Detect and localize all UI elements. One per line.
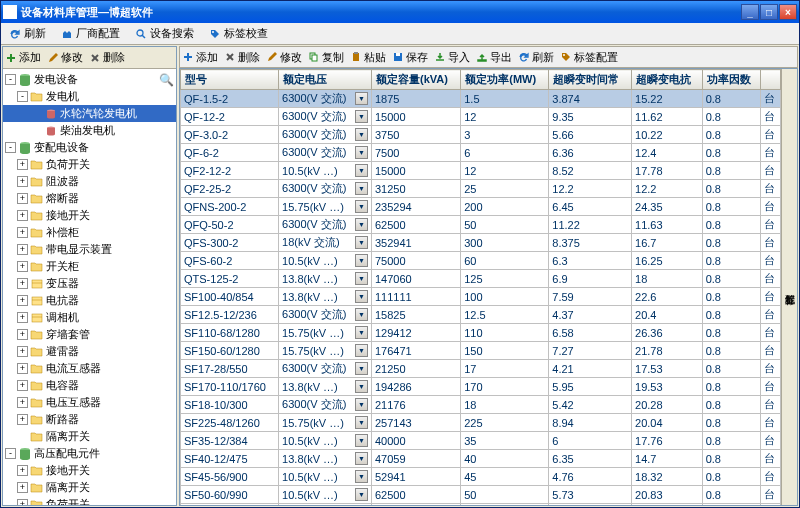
table-cell[interactable]: 10.5(kV …)▼ [279, 504, 372, 506]
table-cell[interactable]: 台 [761, 108, 781, 126]
table-cell[interactable]: 6300(V 交流)▼ [279, 216, 372, 234]
tree-node[interactable]: +负荷开关 [3, 156, 176, 173]
dropdown-button[interactable]: ▼ [355, 218, 368, 231]
tree-toggle[interactable]: + [17, 278, 28, 289]
table-cell[interactable]: 200 [461, 198, 549, 216]
table-cell[interactable]: 6.35 [549, 450, 632, 468]
table-cell[interactable]: 24.35 [632, 198, 703, 216]
table-cell[interactable]: 4.76 [549, 468, 632, 486]
table-cell[interactable]: 21250 [371, 360, 460, 378]
table-cell[interactable]: 257143 [371, 414, 460, 432]
tree-node[interactable]: +避雷器 [3, 343, 176, 360]
close-button[interactable]: × [779, 4, 797, 20]
dropdown-button[interactable]: ▼ [355, 236, 368, 249]
table-cell[interactable]: 台 [761, 396, 781, 414]
table-scroll[interactable]: 型号额定电压额定容量(kVA)额定功率(MW)超瞬变时间常超瞬变电抗功率因数 Q… [180, 69, 781, 505]
table-cell[interactable]: 12 [461, 162, 549, 180]
table-cell[interactable]: 台 [761, 270, 781, 288]
menu-refresh[interactable]: 刷新 [5, 25, 49, 42]
table-cell[interactable]: 0.8 [702, 162, 760, 180]
table-cell[interactable]: 235294 [371, 198, 460, 216]
table-cell[interactable]: 台 [761, 126, 781, 144]
table-cell[interactable]: 75000 [371, 252, 460, 270]
table-row[interactable]: QTS-125-213.8(kV …)▼1470601256.9180.8台 [181, 270, 781, 288]
tree-toggle[interactable]: + [17, 244, 28, 255]
table-cell[interactable]: 11.63 [632, 216, 703, 234]
tree-node[interactable]: +调相机 [3, 309, 176, 326]
table-cell[interactable]: 0.8 [702, 360, 760, 378]
tree-toggle[interactable]: + [17, 176, 28, 187]
table-cell[interactable]: 0.8 [702, 90, 760, 108]
side-tab[interactable]: 标签配置 [781, 69, 797, 505]
dropdown-button[interactable]: ▼ [355, 182, 368, 195]
table-cell[interactable]: SF50-60/990 [181, 486, 279, 504]
tree-toggle[interactable]: + [17, 261, 28, 272]
tree-toggle[interactable]: + [17, 210, 28, 221]
table-cell[interactable]: 13.8(kV …)▼ [279, 450, 372, 468]
dropdown-button[interactable]: ▼ [355, 92, 368, 105]
table-cell[interactable]: 12.2 [549, 180, 632, 198]
table-row[interactable]: SF40-12/47513.8(kV …)▼47059406.3514.70.8… [181, 450, 781, 468]
table-cell[interactable]: 62500 [371, 486, 460, 504]
table-row[interactable]: QF2-12-210.5(kV …)▼15000128.5217.780.8台 [181, 162, 781, 180]
right-tb-save[interactable]: 保存 [392, 50, 428, 65]
table-cell[interactable]: 20.4 [632, 306, 703, 324]
table-cell[interactable]: 6.36 [549, 144, 632, 162]
table-cell[interactable]: 15.75(kV …)▼ [279, 324, 372, 342]
table-cell[interactable]: 65 [461, 504, 549, 506]
table-cell[interactable]: SF100-40/854 [181, 288, 279, 306]
table-cell[interactable]: 15825 [371, 306, 460, 324]
table-cell[interactable]: QF-12-2 [181, 108, 279, 126]
menu-tags[interactable]: 标签校查 [205, 25, 271, 42]
table-cell[interactable]: 0.8 [702, 342, 760, 360]
tree-node[interactable]: +穿墙套管 [3, 326, 176, 343]
table-cell[interactable]: 352941 [371, 234, 460, 252]
table-cell[interactable]: 50 [461, 216, 549, 234]
tree-node[interactable]: 水轮汽轮发电机 [3, 105, 176, 122]
table-cell[interactable]: 台 [761, 450, 781, 468]
table-cell[interactable]: 台 [761, 144, 781, 162]
table-cell[interactable]: 20.04 [632, 414, 703, 432]
tree-node[interactable]: +开关柜 [3, 258, 176, 275]
table-cell[interactable]: 3 [461, 126, 549, 144]
table-cell[interactable]: QF-1.5-2 [181, 90, 279, 108]
table-cell[interactable]: QFS-300-2 [181, 234, 279, 252]
table-cell[interactable]: 6300(V 交流)▼ [279, 90, 372, 108]
table-cell[interactable]: 4.21 [549, 360, 632, 378]
tree-node[interactable]: +电流互感器 [3, 360, 176, 377]
table-cell[interactable]: SF170-110/1760 [181, 378, 279, 396]
left-tb-x[interactable]: 删除 [89, 50, 125, 65]
table-row[interactable]: QF-12-26300(V 交流)▼15000129.3511.620.8台 [181, 108, 781, 126]
table-row[interactable]: SF100-40/85413.8(kV …)▼1111111007.5922.6… [181, 288, 781, 306]
table-cell[interactable]: QF2-25-2 [181, 180, 279, 198]
table-cell[interactable]: 31250 [371, 180, 460, 198]
table-cell[interactable]: 台 [761, 468, 781, 486]
table-cell[interactable]: 1.5 [461, 90, 549, 108]
menu-factory[interactable]: 厂商配置 [57, 25, 123, 42]
table-cell[interactable]: 40 [461, 450, 549, 468]
search-icon[interactable]: 🔍 [159, 73, 174, 87]
dropdown-button[interactable]: ▼ [355, 344, 368, 357]
table-row[interactable]: SF45-56/90010.5(kV …)▼52941454.7618.320.… [181, 468, 781, 486]
table-cell[interactable]: 110 [461, 324, 549, 342]
table-row[interactable]: SF12.5-12/2366300(V 交流)▼1582512.54.3720.… [181, 306, 781, 324]
table-cell[interactable]: 18 [632, 270, 703, 288]
table-row[interactable]: SF65-28/64010.5(kV …)▼72222656.121.220.8… [181, 504, 781, 506]
table-cell[interactable]: 0.8 [702, 144, 760, 162]
table-cell[interactable]: 26.36 [632, 324, 703, 342]
table-cell[interactable]: 40000 [371, 432, 460, 450]
table-cell[interactable]: SF17-28/550 [181, 360, 279, 378]
tree-node[interactable]: +隔离开关 [3, 479, 176, 496]
table-cell[interactable]: 72222 [371, 504, 460, 506]
table-cell[interactable]: 16.7 [632, 234, 703, 252]
table-cell[interactable]: 台 [761, 504, 781, 506]
table-cell[interactable]: 194286 [371, 378, 460, 396]
table-cell[interactable]: 台 [761, 252, 781, 270]
table-cell[interactable]: 3.874 [549, 90, 632, 108]
table-cell[interactable]: 10.5(kV …)▼ [279, 468, 372, 486]
tree-toggle[interactable]: + [17, 363, 28, 374]
table-cell[interactable]: 5.42 [549, 396, 632, 414]
dropdown-button[interactable]: ▼ [355, 398, 368, 411]
table-cell[interactable]: 6 [549, 432, 632, 450]
left-tb-plus[interactable]: 添加 [5, 50, 41, 65]
